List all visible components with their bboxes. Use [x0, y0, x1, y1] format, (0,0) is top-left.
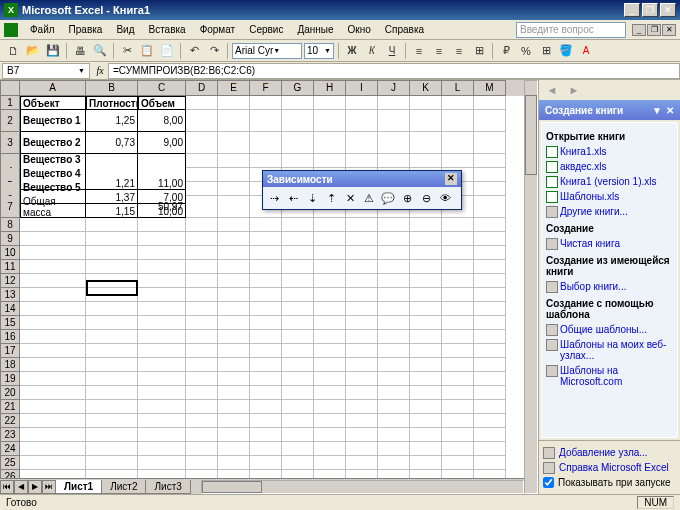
cell[interactable]	[410, 288, 442, 302]
cell[interactable]	[410, 358, 442, 372]
cell[interactable]	[442, 358, 474, 372]
cell[interactable]	[250, 470, 282, 478]
cell[interactable]	[250, 414, 282, 428]
cell[interactable]	[314, 96, 346, 110]
cell[interactable]	[138, 456, 186, 470]
cell[interactable]	[282, 358, 314, 372]
cell[interactable]	[442, 330, 474, 344]
cell[interactable]	[218, 400, 250, 414]
cell[interactable]	[314, 316, 346, 330]
cell-c1[interactable]: Объем	[138, 96, 186, 110]
cell[interactable]	[186, 302, 218, 316]
grid-body[interactable]: 1ОбъектПлотностьОбъем2Вещество 11,258,00…	[0, 96, 524, 478]
menu-view[interactable]: Вид	[110, 22, 140, 37]
cell[interactable]	[250, 442, 282, 456]
menu-data[interactable]: Данные	[291, 22, 339, 37]
row-header[interactable]: 1	[0, 96, 20, 110]
paste-button[interactable]: 📄	[158, 42, 176, 60]
cell[interactable]	[218, 274, 250, 288]
cell[interactable]	[378, 154, 410, 168]
cell[interactable]	[314, 442, 346, 456]
cell[interactable]	[442, 372, 474, 386]
cell[interactable]	[474, 386, 506, 400]
cell[interactable]	[250, 372, 282, 386]
cell[interactable]	[250, 330, 282, 344]
cell[interactable]: 0,73	[86, 132, 138, 154]
select-all-corner[interactable]	[0, 80, 20, 96]
cell[interactable]	[138, 372, 186, 386]
cell[interactable]	[442, 428, 474, 442]
cell[interactable]	[346, 96, 378, 110]
cell[interactable]	[474, 196, 506, 218]
col-header-i[interactable]: I	[346, 80, 378, 96]
align-right-button[interactable]: ≡	[450, 42, 468, 60]
cell[interactable]	[474, 96, 506, 110]
cell[interactable]	[186, 316, 218, 330]
cell[interactable]	[138, 316, 186, 330]
cell[interactable]	[86, 232, 138, 246]
cell[interactable]	[20, 442, 86, 456]
cell-a1[interactable]: Объект	[20, 96, 86, 110]
borders-button[interactable]: ⊞	[537, 42, 555, 60]
cell[interactable]	[20, 400, 86, 414]
cell[interactable]	[250, 456, 282, 470]
cell[interactable]	[378, 218, 410, 232]
cell[interactable]	[410, 110, 442, 132]
cell[interactable]	[474, 428, 506, 442]
cell[interactable]	[186, 344, 218, 358]
cell[interactable]	[346, 260, 378, 274]
cell[interactable]	[442, 218, 474, 232]
cell[interactable]	[20, 414, 86, 428]
redo-button[interactable]: ↷	[205, 42, 223, 60]
cell[interactable]	[442, 316, 474, 330]
cell[interactable]	[20, 344, 86, 358]
cell[interactable]	[378, 302, 410, 316]
tp-template-1[interactable]: Общие шаблоны...	[546, 322, 673, 337]
cell[interactable]	[218, 196, 250, 218]
cell[interactable]	[346, 470, 378, 478]
row-header[interactable]: 20	[0, 386, 20, 400]
tp-template-2[interactable]: Шаблоны на моих веб-узлах...	[546, 337, 673, 363]
cell[interactable]	[378, 246, 410, 260]
cell[interactable]	[474, 344, 506, 358]
cell[interactable]	[442, 470, 474, 478]
cell[interactable]	[218, 260, 250, 274]
cell-b1[interactable]: Плотность	[86, 96, 138, 110]
cell[interactable]	[346, 302, 378, 316]
cell[interactable]	[346, 232, 378, 246]
italic-button[interactable]: К	[363, 42, 381, 60]
cell[interactable]	[218, 110, 250, 132]
cell[interactable]	[378, 442, 410, 456]
cell[interactable]	[314, 414, 346, 428]
align-center-button[interactable]: ≡	[430, 42, 448, 60]
tp-show-startup-checkbox[interactable]: Показывать при запуске	[543, 475, 676, 490]
cell[interactable]	[282, 386, 314, 400]
cell[interactable]	[410, 414, 442, 428]
cell[interactable]	[250, 428, 282, 442]
cell[interactable]	[250, 260, 282, 274]
cell[interactable]	[282, 330, 314, 344]
cell[interactable]	[250, 232, 282, 246]
cell[interactable]	[186, 154, 218, 168]
cell[interactable]	[250, 386, 282, 400]
row-header[interactable]: 12	[0, 274, 20, 288]
cell[interactable]	[138, 470, 186, 478]
cell[interactable]	[218, 302, 250, 316]
cell[interactable]	[186, 232, 218, 246]
col-header-h[interactable]: H	[314, 80, 346, 96]
cell[interactable]	[410, 154, 442, 168]
cell[interactable]	[138, 358, 186, 372]
tp-open-item-3[interactable]: Книга1 (version 1).xls	[546, 174, 673, 189]
cell[interactable]	[20, 302, 86, 316]
cell[interactable]	[218, 232, 250, 246]
col-header-k[interactable]: K	[410, 80, 442, 96]
cell[interactable]	[378, 372, 410, 386]
cell[interactable]	[378, 386, 410, 400]
cell[interactable]	[442, 260, 474, 274]
circle-invalid-icon[interactable]: ⊕	[398, 189, 416, 207]
cell[interactable]	[410, 442, 442, 456]
cell[interactable]	[218, 316, 250, 330]
menu-edit[interactable]: Правка	[63, 22, 109, 37]
cell[interactable]	[20, 456, 86, 470]
cell[interactable]	[250, 110, 282, 132]
